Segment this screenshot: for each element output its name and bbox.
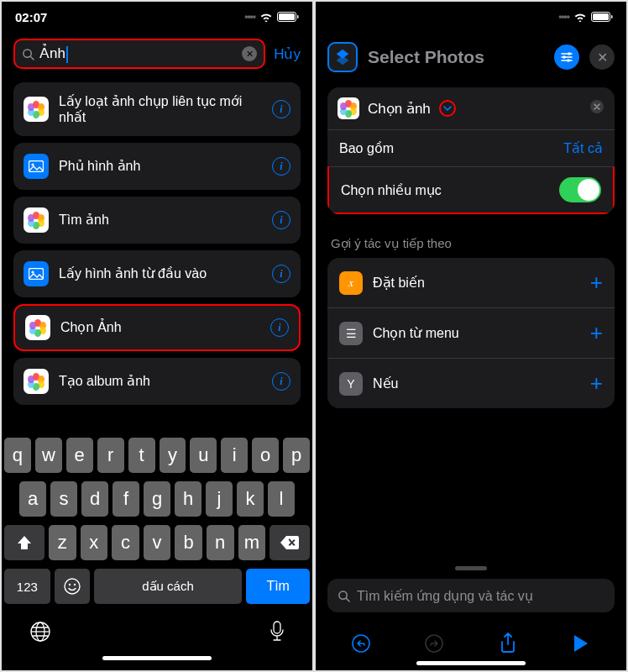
action-item[interactable]: Chọn Ảnhi	[13, 304, 301, 351]
key-g[interactable]: g	[144, 481, 170, 517]
svg-rect-15	[274, 622, 280, 633]
globe-key[interactable]	[29, 621, 51, 648]
key-m[interactable]: m	[238, 525, 266, 560]
action-item[interactable]: Phủ hình ảnhi	[13, 143, 301, 190]
key-w[interactable]: w	[35, 438, 62, 473]
undo-button[interactable]	[348, 631, 374, 656]
suggestion-item[interactable]: YNếu+	[327, 358, 615, 408]
key-f[interactable]: f	[113, 481, 139, 517]
svg-point-9	[65, 579, 80, 594]
key-n[interactable]: n	[207, 525, 234, 560]
key-e[interactable]: e	[66, 438, 93, 473]
action-label: Phủ hình ảnh	[59, 158, 262, 174]
key-q[interactable]: q	[4, 438, 31, 473]
key-p[interactable]: p	[283, 438, 310, 473]
search-icon	[338, 590, 350, 602]
svg-rect-18	[611, 15, 613, 18]
search-value: Ảnh	[39, 45, 237, 63]
card-close-icon[interactable]	[589, 99, 604, 118]
shortcuts-app-icon[interactable]	[327, 42, 358, 72]
info-button[interactable]: i	[272, 265, 290, 283]
wifi-icon	[259, 12, 273, 22]
dictation-key[interactable]	[270, 621, 285, 648]
key-l[interactable]: l	[268, 481, 295, 517]
key-o[interactable]: o	[252, 438, 279, 473]
svg-rect-7	[29, 269, 44, 280]
suggestion-icon: ☰	[339, 322, 363, 345]
svg-point-8	[31, 270, 34, 273]
key-y[interactable]: y	[160, 438, 186, 473]
suggestion-label: Nếu	[373, 375, 580, 391]
key-i[interactable]: i	[221, 438, 248, 473]
key-c[interactable]: c	[112, 525, 139, 560]
add-suggestion-button[interactable]: +	[590, 370, 603, 396]
photos-app-icon	[25, 315, 50, 340]
cancel-button[interactable]: Hủy	[274, 45, 301, 63]
share-button[interactable]	[495, 631, 521, 656]
info-button[interactable]: i	[272, 157, 290, 176]
search-input[interactable]: Ảnh ✕	[13, 39, 265, 69]
info-button[interactable]: i	[270, 318, 289, 337]
svg-rect-5	[29, 161, 44, 172]
status-bar: 02:07 ••••	[2, 2, 312, 32]
search-icon	[22, 48, 34, 60]
card-header: Chọn ảnh	[327, 87, 615, 129]
info-button[interactable]: i	[272, 211, 290, 229]
key-t[interactable]: t	[128, 438, 155, 473]
key-v[interactable]: v	[144, 525, 171, 560]
action-list: Lấy loạt ảnh chụp liên tục mới nhấtiPhủ …	[2, 76, 312, 433]
add-suggestion-button[interactable]: +	[590, 270, 603, 296]
include-row[interactable]: Bao gồm Tất cả	[327, 129, 615, 166]
action-item[interactable]: Tạo album ảnhi	[13, 358, 301, 405]
key-j[interactable]: j	[206, 481, 233, 517]
battery-icon	[277, 12, 299, 22]
multi-select-row: Chọn nhiều mục	[327, 166, 615, 214]
cellular-dots: ••••	[244, 11, 255, 23]
search-row: Ảnh ✕ Hủy	[2, 32, 312, 76]
key-b[interactable]: b	[175, 525, 202, 560]
action-item[interactable]: Lấy hình ảnh từ đầu vàoi	[13, 250, 301, 297]
key-r[interactable]: r	[97, 438, 124, 473]
bottom-search-input[interactable]: Tìm kiếm ứng dụng và tác vụ	[327, 579, 615, 612]
expand-chevron-icon[interactable]	[439, 100, 456, 117]
backspace-key[interactable]	[270, 525, 310, 560]
key-z[interactable]: z	[49, 525, 76, 560]
redo-button	[421, 631, 447, 656]
space-key[interactable]: dấu cách	[94, 569, 243, 604]
numbers-key[interactable]: 123	[4, 569, 50, 604]
clear-search-button[interactable]: ✕	[242, 46, 257, 61]
suggestion-item[interactable]: 𝑥Đặt biến+	[327, 258, 615, 307]
shift-key[interactable]	[4, 525, 44, 560]
add-suggestion-button[interactable]: +	[590, 320, 603, 346]
drag-handle[interactable]	[455, 566, 487, 570]
action-label: Tìm ảnh	[59, 212, 262, 228]
header: Select Photos ✕	[316, 32, 626, 82]
suggestion-item[interactable]: ☰Chọn từ menu+	[327, 307, 615, 358]
svg-rect-1	[279, 13, 295, 20]
key-s[interactable]: s	[50, 481, 77, 517]
play-button[interactable]	[568, 631, 594, 656]
key-x[interactable]: x	[81, 525, 108, 560]
include-value[interactable]: Tất cả	[563, 140, 603, 156]
svg-line-4	[30, 56, 34, 60]
photos-app-icon	[338, 97, 359, 119]
return-key[interactable]: Tìm	[246, 569, 310, 604]
toolbar	[316, 621, 626, 659]
key-k[interactable]: k	[237, 481, 264, 517]
multi-select-toggle[interactable]	[559, 177, 601, 202]
svg-rect-17	[593, 13, 609, 20]
close-button[interactable]: ✕	[589, 45, 615, 70]
settings-button[interactable]	[554, 45, 579, 70]
key-a[interactable]: a	[19, 481, 46, 517]
battery-icon	[591, 12, 613, 22]
info-button[interactable]: i	[272, 100, 290, 118]
key-h[interactable]: h	[175, 481, 201, 517]
action-item[interactable]: Tìm ảnhi	[13, 197, 301, 244]
info-button[interactable]: i	[272, 372, 290, 391]
svg-point-10	[68, 584, 70, 585]
key-d[interactable]: d	[81, 481, 108, 517]
emoji-key[interactable]	[55, 569, 90, 604]
photos-app-icon	[24, 97, 49, 122]
key-u[interactable]: u	[190, 438, 217, 473]
action-item[interactable]: Lấy loạt ảnh chụp liên tục mới nhấti	[13, 82, 301, 136]
